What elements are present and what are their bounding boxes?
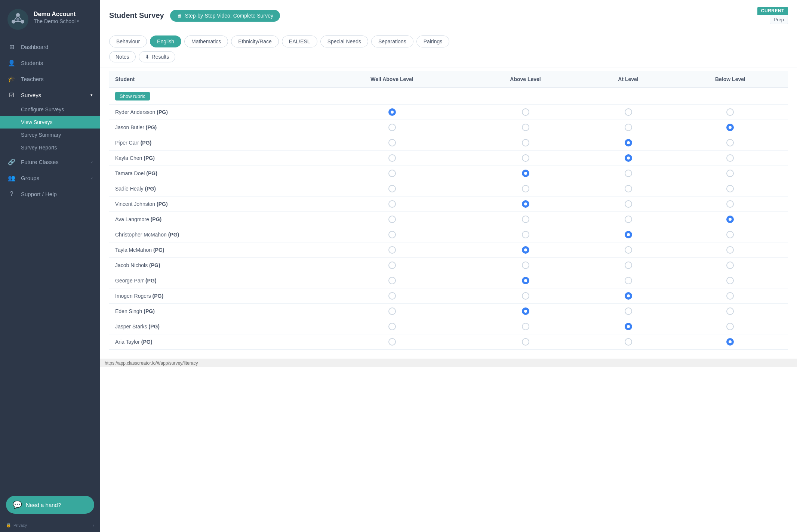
sidebar-item-surveys[interactable]: ☑ Surveys ▾ bbox=[0, 87, 100, 103]
sidebar-item-teachers[interactable]: 🎓 Teachers bbox=[0, 71, 100, 87]
radio-option[interactable] bbox=[522, 200, 529, 208]
radio-option[interactable] bbox=[726, 338, 734, 346]
show-rubric-button[interactable]: Show rubric bbox=[115, 92, 150, 100]
radio-option[interactable] bbox=[625, 246, 632, 254]
radio-option[interactable] bbox=[522, 108, 529, 116]
table-row: Imogen Rogers (PG) bbox=[109, 288, 788, 304]
radio-option[interactable] bbox=[726, 139, 734, 146]
tab-ethnicity[interactable]: Ethnicity/Race bbox=[231, 35, 279, 47]
video-btn-label: Step-by-Step Video: Complete Survey bbox=[185, 13, 273, 19]
radio-option[interactable] bbox=[522, 216, 529, 223]
radio-option[interactable] bbox=[522, 185, 529, 192]
radio-option[interactable] bbox=[522, 338, 529, 346]
radio-option[interactable] bbox=[388, 307, 396, 315]
sidebar-item-view-surveys[interactable]: View Surveys bbox=[0, 116, 100, 129]
radio-option[interactable] bbox=[522, 139, 529, 146]
radio-option[interactable] bbox=[522, 124, 529, 131]
radio-option[interactable] bbox=[388, 323, 396, 330]
radio-option[interactable] bbox=[726, 262, 734, 269]
radio-option[interactable] bbox=[388, 246, 396, 254]
radio-option[interactable] bbox=[726, 307, 734, 315]
radio-option[interactable] bbox=[726, 108, 734, 116]
radio-option[interactable] bbox=[522, 246, 529, 254]
sidebar-item-support[interactable]: ? Support / Help bbox=[0, 186, 100, 202]
collapse-icon[interactable]: ‹ bbox=[93, 523, 94, 528]
tab-eal[interactable]: EAL/ESL bbox=[282, 35, 317, 47]
tab-mathematics[interactable]: Mathematics bbox=[184, 35, 228, 47]
radio-cell bbox=[317, 151, 467, 166]
sidebar-item-future-classes[interactable]: 🔗 Future Classes ‹ bbox=[0, 154, 100, 170]
table-row: Kayla Chen (PG) bbox=[109, 151, 788, 166]
radio-option[interactable] bbox=[726, 185, 734, 192]
video-button[interactable]: 🖥 Step-by-Step Video: Complete Survey bbox=[170, 10, 280, 22]
current-badge: CURRENT bbox=[757, 7, 788, 15]
school-name[interactable]: The Demo School ▾ bbox=[34, 18, 79, 24]
sidebar-item-survey-summary[interactable]: Survey Summary bbox=[0, 129, 100, 141]
radio-option[interactable] bbox=[522, 323, 529, 330]
radio-option[interactable] bbox=[726, 231, 734, 238]
radio-option[interactable] bbox=[388, 338, 396, 346]
table-row: Christopher McMahon (PG) bbox=[109, 227, 788, 242]
radio-option[interactable] bbox=[388, 231, 396, 238]
radio-option[interactable] bbox=[625, 170, 632, 177]
radio-option[interactable] bbox=[625, 124, 632, 131]
radio-option[interactable] bbox=[522, 307, 529, 315]
radio-option[interactable] bbox=[388, 277, 396, 284]
radio-option[interactable] bbox=[726, 216, 734, 223]
radio-option[interactable] bbox=[388, 185, 396, 192]
sidebar-item-groups[interactable]: 👥 Groups ‹ bbox=[0, 170, 100, 186]
radio-option[interactable] bbox=[726, 277, 734, 284]
radio-option[interactable] bbox=[522, 154, 529, 162]
radio-option[interactable] bbox=[625, 185, 632, 192]
radio-option[interactable] bbox=[522, 231, 529, 238]
radio-option[interactable] bbox=[726, 170, 734, 177]
radio-option[interactable] bbox=[625, 139, 632, 146]
radio-option[interactable] bbox=[388, 262, 396, 269]
radio-option[interactable] bbox=[388, 139, 396, 146]
radio-option[interactable] bbox=[726, 246, 734, 254]
radio-option[interactable] bbox=[388, 124, 396, 131]
radio-option[interactable] bbox=[522, 262, 529, 269]
dashboard-icon: ⊞ bbox=[7, 43, 16, 50]
radio-option[interactable] bbox=[388, 216, 396, 223]
radio-option[interactable] bbox=[625, 262, 632, 269]
radio-option[interactable] bbox=[625, 154, 632, 162]
tab-special-needs[interactable]: Special Needs bbox=[320, 35, 368, 47]
sub-tab-results[interactable]: ⬇ Results bbox=[139, 51, 176, 62]
student-group: (PG) bbox=[141, 140, 152, 146]
radio-option[interactable] bbox=[625, 108, 632, 116]
radio-option[interactable] bbox=[388, 170, 396, 177]
radio-option[interactable] bbox=[388, 200, 396, 208]
tab-behaviour[interactable]: Behaviour bbox=[109, 35, 147, 47]
radio-option[interactable] bbox=[726, 124, 734, 131]
radio-option[interactable] bbox=[625, 292, 632, 300]
sidebar-item-dashboard[interactable]: ⊞ Dashboard bbox=[0, 39, 100, 55]
radio-option[interactable] bbox=[625, 338, 632, 346]
radio-option[interactable] bbox=[726, 200, 734, 208]
radio-option[interactable] bbox=[726, 292, 734, 300]
radio-option[interactable] bbox=[625, 323, 632, 330]
sidebar-item-survey-reports[interactable]: Survey Reports bbox=[0, 141, 100, 154]
radio-option[interactable] bbox=[726, 323, 734, 330]
radio-option[interactable] bbox=[625, 307, 632, 315]
radio-option[interactable] bbox=[388, 154, 396, 162]
tab-pairings[interactable]: Pairings bbox=[416, 35, 450, 47]
sub-tab-notes[interactable]: Notes bbox=[109, 51, 136, 62]
school-caret-icon: ▾ bbox=[77, 19, 79, 23]
student-name-cell: Christopher McMahon (PG) bbox=[109, 227, 317, 242]
need-hand-button[interactable]: 💬 Need a hand? bbox=[6, 496, 94, 514]
radio-option[interactable] bbox=[522, 170, 529, 177]
radio-option[interactable] bbox=[388, 108, 396, 116]
radio-option[interactable] bbox=[625, 200, 632, 208]
radio-option[interactable] bbox=[625, 277, 632, 284]
radio-option[interactable] bbox=[522, 292, 529, 300]
radio-option[interactable] bbox=[625, 231, 632, 238]
sidebar-item-students[interactable]: 👤 Students bbox=[0, 55, 100, 71]
sidebar-item-configure-surveys[interactable]: Configure Surveys bbox=[0, 103, 100, 116]
radio-option[interactable] bbox=[522, 277, 529, 284]
tab-english[interactable]: English bbox=[150, 35, 181, 47]
radio-option[interactable] bbox=[388, 292, 396, 300]
radio-option[interactable] bbox=[726, 154, 734, 162]
tab-separations[interactable]: Separations bbox=[371, 35, 413, 47]
radio-option[interactable] bbox=[625, 216, 632, 223]
